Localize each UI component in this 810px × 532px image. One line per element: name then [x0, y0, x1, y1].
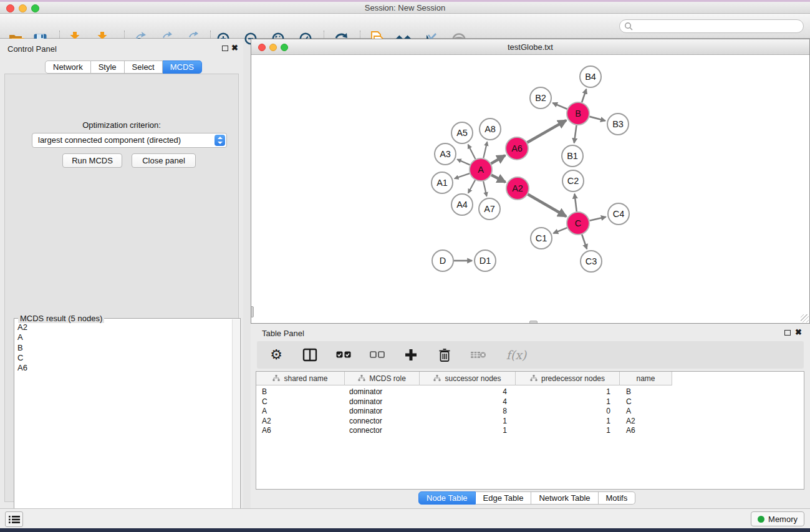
table-row[interactable]: Cdominator41C [256, 397, 804, 407]
table-cell[interactable]: connector [345, 417, 420, 427]
table-cell[interactable]: A6 [256, 426, 345, 436]
table-cell[interactable]: 4 [420, 387, 516, 397]
table-cell[interactable]: 1 [516, 417, 620, 427]
table-cell[interactable]: 1 [516, 387, 620, 397]
graph-edge-C-C3[interactable] [582, 235, 587, 249]
graph-node-B1[interactable]: B1 [562, 145, 583, 167]
table-row[interactable]: Bdominator41B [256, 387, 804, 397]
graph-edge-C-C4[interactable] [590, 217, 606, 221]
table-cell[interactable]: 1 [420, 417, 516, 427]
graph-node-A3[interactable]: A3 [435, 143, 456, 165]
table-cell[interactable]: connector [345, 426, 420, 436]
criterion-select[interactable]: largest connected component (directed) [32, 133, 227, 148]
network-canvas[interactable]: B4B2BB3A5A8A6A3B1AA1C2A2A4A7C4CC1C3DD1 [251, 55, 809, 323]
graph-node-A6[interactable]: A6 [506, 137, 528, 160]
graph-edge-B-B4[interactable] [582, 89, 586, 102]
result-list-item[interactable]: C [17, 353, 232, 363]
result-list-item[interactable]: B [17, 343, 232, 353]
graph-edge-A6-B[interactable] [527, 120, 566, 143]
graph-node-A5[interactable]: A5 [451, 122, 473, 143]
graph-edge-C-C2[interactable] [574, 194, 576, 211]
graph-node-A8[interactable]: A8 [480, 118, 501, 140]
graph-edge-A-A5[interactable] [468, 145, 476, 159]
tab-motifs[interactable]: Motifs [599, 491, 636, 505]
graph-node-A[interactable]: A [470, 158, 492, 181]
graph-edge-B-B2[interactable] [552, 103, 567, 109]
close-panel-button[interactable]: Close panel [132, 153, 196, 168]
graph-edge-A2-C[interactable] [528, 194, 566, 216]
delete-columns-button[interactable] [436, 347, 453, 363]
graph-edge-A-A7[interactable] [483, 181, 486, 196]
result-list-item[interactable]: A6 [17, 363, 232, 373]
vertical-scroll-thumb[interactable] [251, 306, 254, 317]
table-cell[interactable]: A2 [620, 417, 672, 427]
column-header-predecessor-nodes[interactable]: predecessor nodes [516, 372, 620, 385]
delete-table-button[interactable] [470, 347, 486, 363]
graph-edge-A-A1[interactable] [455, 173, 470, 178]
mcds-result-list[interactable]: A2ABCA6 [15, 321, 232, 532]
memory-button[interactable]: Memory [751, 511, 804, 526]
graph-node-A1[interactable]: A1 [432, 172, 453, 193]
graph-node-C1[interactable]: C1 [531, 228, 552, 249]
column-header-shared-name[interactable]: shared name [256, 372, 345, 385]
table-cell[interactable]: dominator [345, 387, 420, 397]
column-header-MCDS-role[interactable]: MCDS role [345, 372, 420, 385]
table-cell[interactable]: A2 [256, 417, 345, 427]
deselect-all-button[interactable] [369, 347, 385, 363]
graph-node-D[interactable]: D [432, 250, 453, 271]
run-mcds-button[interactable]: Run MCDS [62, 153, 122, 168]
graph-node-B4[interactable]: B4 [580, 66, 601, 87]
graph-node-C3[interactable]: C3 [581, 251, 602, 272]
tab-select[interactable]: Select [125, 60, 163, 74]
table-row[interactable]: A6connector11A6 [256, 426, 804, 436]
table-cell[interactable]: C [620, 397, 672, 407]
graph-edge-A-A6[interactable] [491, 155, 505, 163]
graph-node-B2[interactable]: B2 [530, 87, 551, 109]
create-column-button[interactable] [403, 347, 419, 363]
tab-node-table[interactable]: Node Table [418, 491, 476, 505]
graph-edge-B-B1[interactable] [574, 125, 577, 143]
graph-node-D1[interactable]: D1 [475, 250, 496, 271]
table-cell[interactable]: B [620, 387, 672, 397]
tab-network[interactable]: Network [45, 60, 91, 74]
float-table-panel-icon[interactable] [784, 330, 791, 336]
table-cell[interactable]: dominator [345, 407, 420, 417]
column-header-name[interactable]: name [620, 372, 672, 385]
table-row[interactable]: A2connector11A2 [256, 417, 804, 427]
table-cell[interactable]: 1 [516, 397, 620, 407]
graph-node-A2[interactable]: A2 [506, 177, 529, 200]
graph-edge-B-B3[interactable] [589, 117, 605, 121]
graph-node-C[interactable]: C [567, 212, 589, 235]
close-table-panel-icon[interactable]: ✖ [795, 329, 802, 336]
resize-grip[interactable] [801, 314, 809, 322]
show-column-button[interactable] [302, 347, 318, 363]
tab-edge-table[interactable]: Edge Table [476, 491, 532, 505]
table-row[interactable]: Adominator80A [256, 407, 804, 417]
table-cell[interactable]: B [256, 387, 345, 397]
table-cell[interactable]: A [256, 407, 345, 417]
table-cell[interactable]: 1 [420, 426, 516, 436]
node-table[interactable]: shared nameMCDS rolesuccessor nodesprede… [256, 371, 804, 490]
graph-node-B3[interactable]: B3 [607, 114, 629, 135]
graph-node-A7[interactable]: A7 [479, 198, 500, 220]
table-cell[interactable]: 4 [420, 397, 516, 407]
table-cell[interactable]: 8 [420, 407, 516, 417]
tab-mcds[interactable]: MCDS [163, 60, 202, 74]
horizontal-scroll-thumb[interactable] [529, 321, 538, 323]
search-box[interactable] [619, 19, 804, 33]
graph-edge-C-C1[interactable] [553, 228, 567, 233]
select-all-button[interactable] [335, 347, 352, 363]
close-panel-icon[interactable]: ✖ [231, 44, 238, 52]
table-cell[interactable]: 1 [516, 426, 620, 436]
graph-node-B[interactable]: B [567, 102, 589, 125]
table-cell[interactable]: A6 [620, 426, 672, 436]
tab-network-table[interactable]: Network Table [531, 491, 598, 505]
column-header-successor-nodes[interactable]: successor nodes [420, 372, 516, 385]
function-builder-button[interactable]: f(x) [504, 347, 529, 363]
result-list-item[interactable]: A [17, 332, 232, 342]
graph-edge-A-A3[interactable] [457, 159, 470, 165]
tab-style[interactable]: Style [91, 60, 125, 74]
graph-edge-A-A8[interactable] [483, 142, 487, 158]
show-task-history-button[interactable] [5, 511, 23, 527]
graph-edge-A-A2[interactable] [491, 175, 505, 182]
